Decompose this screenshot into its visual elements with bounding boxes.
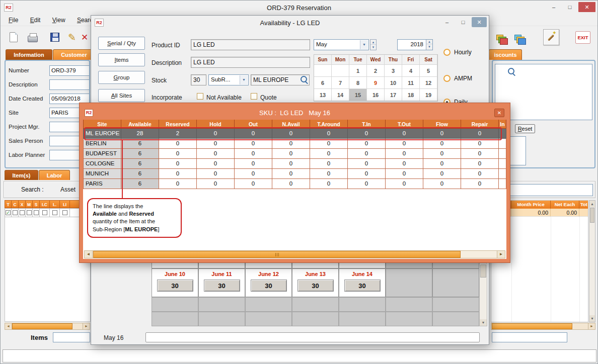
calendar-day[interactable]: 10 xyxy=(385,77,402,89)
checkbox[interactable] xyxy=(52,210,57,215)
net-each-header[interactable]: Net Each xyxy=(551,201,579,209)
sku-close-button[interactable]: ✕ xyxy=(494,109,504,117)
calendar-day[interactable]: 4 xyxy=(402,65,420,77)
grid-col-header[interactable]: I.C xyxy=(40,200,50,208)
scroll-left-button[interactable]: ◄ xyxy=(5,323,12,329)
tab-discounts[interactable]: iscounts xyxy=(489,49,522,60)
day-availability-button[interactable]: 30 xyxy=(157,280,193,292)
calendar-day[interactable]: 1 xyxy=(349,65,367,77)
wand-button[interactable] xyxy=(543,29,559,45)
day-availability-button[interactable]: 30 xyxy=(297,280,334,292)
calendar-day[interactable]: 16 xyxy=(367,89,385,101)
calendar-day[interactable]: 2 xyxy=(367,65,385,77)
subregion-dropdown[interactable]: SubR... ▼ xyxy=(208,74,249,85)
scroll-up-button[interactable]: ▲ xyxy=(589,201,595,207)
calendar-day[interactable]: 12 xyxy=(420,77,437,89)
radio-ampm[interactable]: AMPM xyxy=(443,75,472,82)
items-button[interactable]: Items xyxy=(98,53,145,66)
calendar-day[interactable]: 8 xyxy=(349,77,367,89)
grid-col-header[interactable]: I.. xyxy=(50,200,60,208)
calendar-day[interactable]: 6 xyxy=(314,77,332,89)
checkbox[interactable] xyxy=(27,210,32,215)
minimize-button[interactable]: – xyxy=(439,17,455,27)
chevron-down-icon[interactable]: ▼ xyxy=(240,75,248,84)
group-button[interactable]: Group xyxy=(98,71,145,84)
table-row-ml-europe[interactable]: ML EUROPE28200000000 xyxy=(83,129,506,139)
checkbox[interactable] xyxy=(13,210,18,215)
date-created-field[interactable]: 05/09/2018 xyxy=(49,94,90,104)
minimize-button[interactable]: – xyxy=(546,2,561,12)
col-header-flow[interactable]: Flow xyxy=(423,120,461,129)
menu-view[interactable]: View xyxy=(47,15,70,25)
spin-down-icon[interactable]: ▼ xyxy=(370,45,376,50)
search-icon[interactable] xyxy=(508,68,516,76)
scrollbar-thumb[interactable] xyxy=(12,323,72,329)
checkbox[interactable] xyxy=(42,210,47,215)
calendar-day[interactable]: 7 xyxy=(332,77,349,89)
month-spinner[interactable]: ▲ ▼ xyxy=(370,39,377,50)
items-count-field[interactable] xyxy=(53,332,90,342)
availability-vertical-scrollbar[interactable]: ▼ xyxy=(479,263,487,326)
total-header[interactable]: Tot xyxy=(579,201,588,209)
calendar-day-selected[interactable]: 15 xyxy=(349,89,367,101)
scroll-right-button[interactable]: ► xyxy=(83,323,90,329)
col-header-reserved[interactable]: Reserved xyxy=(159,120,197,129)
month-dropdown[interactable]: May ▼ xyxy=(314,39,369,50)
col-header-site[interactable]: Site xyxy=(83,120,121,129)
tab-items[interactable]: Item(s) xyxy=(5,170,38,180)
not-available-checkbox[interactable] xyxy=(197,93,203,100)
scrollbar-thumb[interactable] xyxy=(590,208,594,223)
scroll-right-button[interactable]: ► xyxy=(497,251,505,258)
grid-col-header[interactable]: S xyxy=(33,200,40,208)
calendar-day-today[interactable]: 9 xyxy=(367,77,385,89)
checkbox[interactable] xyxy=(62,210,67,215)
quote-checkbox[interactable] xyxy=(251,93,257,100)
checkbox-checked[interactable]: ✓ xyxy=(6,210,11,215)
tab-labor[interactable]: Labor xyxy=(39,170,70,180)
calendar-day[interactable] xyxy=(314,65,332,77)
day-availability-button[interactable]: 30 xyxy=(204,280,240,292)
serial-qty-button[interactable]: Serial / Qty xyxy=(98,37,145,50)
col-header-tout[interactable]: T.Out xyxy=(386,120,423,129)
new-document-button[interactable] xyxy=(6,29,22,45)
grid-col-header[interactable]: C xyxy=(12,200,19,208)
scrollbar-thumb[interactable] xyxy=(93,251,461,258)
scrollbar-thumb[interactable] xyxy=(480,264,486,278)
search-mode-value[interactable]: Asset xyxy=(60,186,76,193)
calendar-day[interactable]: 14 xyxy=(332,89,349,101)
col-header-repair[interactable]: Repair xyxy=(461,120,499,129)
calendar-day[interactable]: 13 xyxy=(314,89,332,101)
close-button[interactable]: ✕ xyxy=(578,2,595,12)
spin-up-icon[interactable]: ▲ xyxy=(370,40,376,45)
spin-up-icon[interactable]: ▲ xyxy=(426,39,432,44)
col-header-navail[interactable]: N.Avail xyxy=(272,120,310,129)
grid-col-header[interactable]: X xyxy=(19,200,26,208)
number-field[interactable]: ORD-379 xyxy=(49,65,90,76)
product-id-field[interactable]: LG LED xyxy=(191,39,310,50)
tab-customer[interactable]: Customer xyxy=(53,49,95,60)
tab-information[interactable]: Information xyxy=(6,49,52,60)
subregion-search-icon[interactable] xyxy=(301,76,309,84)
scrollbar-thumb[interactable] xyxy=(492,323,572,329)
scroll-right-button[interactable]: ► xyxy=(588,323,595,329)
spin-down-icon[interactable]: ▼ xyxy=(426,44,432,49)
calendar-day[interactable]: 11 xyxy=(402,77,420,89)
price-vertical-scrollbar[interactable]: ▲ ▼ xyxy=(589,200,595,322)
col-header-taround[interactable]: T.Around xyxy=(310,120,348,129)
scroll-down-button[interactable]: ▼ xyxy=(480,319,487,326)
calendar-day[interactable] xyxy=(332,65,349,77)
stock-field[interactable]: 30 xyxy=(191,74,206,85)
col-header-tin[interactable]: T.In xyxy=(348,120,386,129)
col-header-hold[interactable]: Hold xyxy=(197,120,235,129)
calendar-day[interactable]: 19 xyxy=(420,89,437,101)
day-availability-button[interactable]: 30 xyxy=(344,280,381,292)
pricing-sheets-button[interactable] xyxy=(492,29,508,45)
grid-col-header[interactable]: T xyxy=(5,200,12,208)
items-total-field[interactable] xyxy=(492,332,567,342)
calendar-day[interactable]: 18 xyxy=(402,89,420,101)
description-field[interactable]: LG LED xyxy=(191,57,310,68)
save-button[interactable] xyxy=(47,29,63,45)
calendar-day[interactable]: 3 xyxy=(385,65,402,77)
delete-button[interactable]: ✕ xyxy=(78,29,91,45)
description-field[interactable] xyxy=(49,79,90,90)
